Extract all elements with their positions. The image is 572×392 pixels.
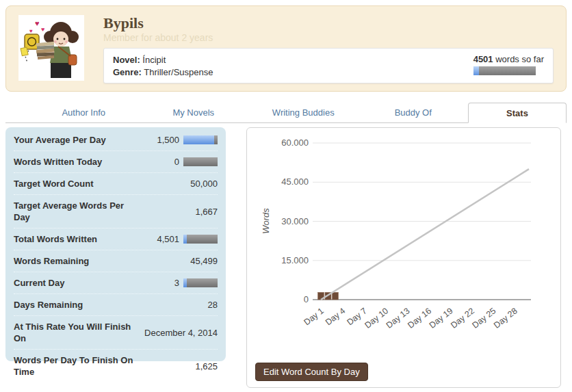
- stat-label: Total Words Written: [14, 233, 140, 245]
- membership-duration: Member for about 2 years: [103, 32, 554, 43]
- novel-genre-line: Genre: Thriller/Suspense: [113, 66, 213, 79]
- target-pace-line: [321, 169, 529, 300]
- stat-value: 45,499: [190, 256, 218, 266]
- stat-label: Days Remaining: [14, 299, 140, 311]
- stat-row: Words Remaining45,499: [14, 250, 218, 272]
- stat-row: Words Written Today0: [14, 151, 218, 172]
- stat-value: 1,625: [195, 361, 218, 371]
- x-tick-label: Day 22: [449, 306, 476, 330]
- x-tick-label: Day 28: [492, 306, 519, 330]
- stat-mini-progressbar: [183, 135, 218, 144]
- stat-mini-progressbar: [183, 157, 218, 166]
- avatar-illustration: ♥ ♥ ♥: [18, 15, 84, 81]
- x-tick-label: Day 13: [385, 306, 412, 330]
- x-tick-label: Day 4: [324, 306, 347, 327]
- tab-buddy-of[interactable]: Buddy Of: [359, 103, 469, 122]
- stat-label: Words Remaining: [14, 255, 140, 267]
- heart-icon: ♥: [29, 28, 33, 34]
- x-tick-label: Day 25: [471, 306, 498, 330]
- wordcount-summary: 4501 words so far: [473, 54, 544, 75]
- y-axis-title: Words: [261, 208, 271, 234]
- tab-stats[interactable]: Stats: [468, 103, 567, 123]
- wordcount-value: 4501: [473, 54, 493, 64]
- stat-value: 1,500: [157, 135, 179, 145]
- word-count-chart: 015.00030.00045.00060.000WordsDay 1Day 4…: [247, 131, 560, 363]
- stat-value: 50,000: [190, 179, 218, 189]
- username: Bypils: [103, 15, 554, 31]
- wordcount-progressbar: [473, 66, 536, 75]
- stat-value: 28: [208, 300, 218, 310]
- tab-author-info[interactable]: Author Info: [29, 103, 139, 122]
- stat-value: 0: [174, 157, 179, 167]
- profile-header: ♥ ♥ ♥: [5, 5, 567, 92]
- stat-row: Target Average Words Per Day1,667: [14, 194, 218, 228]
- stat-value: 1,667: [195, 207, 218, 217]
- stat-label: At This Rate You Will Finish On: [14, 321, 140, 344]
- novel-title: Íncipit: [142, 55, 166, 65]
- stat-label: Words Written Today: [14, 156, 140, 168]
- stat-label: Target Average Words Per Day: [14, 200, 140, 223]
- novel-title-line: Novel: Íncipit: [113, 54, 213, 66]
- novel-genre: Thriller/Suspense: [144, 67, 213, 77]
- genre-label: Genre:: [113, 67, 142, 77]
- novel-info-card: Novel: Íncipit Genre: Thriller/Suspense …: [103, 48, 554, 83]
- stats-chart-panel: 015.00030.00045.00060.000WordsDay 1Day 4…: [246, 127, 561, 388]
- stat-row: Total Words Written4,501: [14, 228, 218, 250]
- stat-value: 4,501: [157, 234, 179, 244]
- y-tick-label: 0: [304, 294, 309, 304]
- stat-row: Days Remaining28: [14, 293, 218, 315]
- x-tick-label: Day 1: [302, 306, 325, 327]
- daily-word-count-bar: [332, 292, 338, 300]
- tab-bar: Author InfoMy NovelsWriting BuddiesBuddy…: [5, 103, 567, 123]
- x-tick-label: Day 10: [363, 306, 390, 330]
- stat-value: 3: [174, 278, 179, 288]
- profile-page: ♥ ♥ ♥: [0, 0, 572, 392]
- novel-label: Novel:: [113, 55, 140, 65]
- stat-value: December 4, 2014: [144, 328, 218, 338]
- avatar: ♥ ♥ ♥: [18, 15, 84, 81]
- x-tick-label: Day 16: [406, 306, 433, 330]
- heart-icon: ♥: [41, 26, 44, 33]
- stat-label: Words Per Day To Finish On Time: [14, 354, 140, 378]
- y-tick-label: 15.000: [281, 255, 309, 265]
- stats-summary-panel: Your Average Per Day1,500Words Written T…: [5, 127, 226, 361]
- stat-row: Your Average Per Day1,500: [14, 129, 218, 151]
- stat-label: Target Word Count: [14, 178, 140, 190]
- stat-mini-progressbar: [183, 278, 218, 287]
- stat-row: Words Per Day To Finish On Time1,625: [14, 349, 218, 382]
- stat-label: Current Day: [14, 277, 140, 289]
- stat-label: Your Average Per Day: [14, 134, 140, 146]
- wordcount-suffix: words so far: [493, 54, 544, 64]
- stat-mini-progressbar: [183, 235, 218, 244]
- y-tick-label: 45.000: [281, 177, 309, 187]
- wordcount-text: 4501 words so far: [473, 54, 544, 64]
- tab-writing-buddies[interactable]: Writing Buddies: [248, 103, 359, 122]
- y-tick-label: 30.000: [281, 216, 309, 226]
- edit-word-count-button[interactable]: Edit Word Count By Day: [255, 363, 368, 381]
- stat-row: Current Day3: [14, 272, 218, 293]
- x-tick-label: Day 19: [428, 306, 455, 330]
- stat-row: Target Word Count50,000: [14, 172, 218, 194]
- wordcount-progress-fill: [473, 66, 479, 75]
- stat-row: At This Rate You Will Finish OnDecember …: [14, 315, 218, 349]
- heart-icon: ♥: [35, 19, 40, 27]
- y-tick-label: 60.000: [281, 138, 309, 148]
- tab-my-novels[interactable]: My Novels: [139, 103, 249, 122]
